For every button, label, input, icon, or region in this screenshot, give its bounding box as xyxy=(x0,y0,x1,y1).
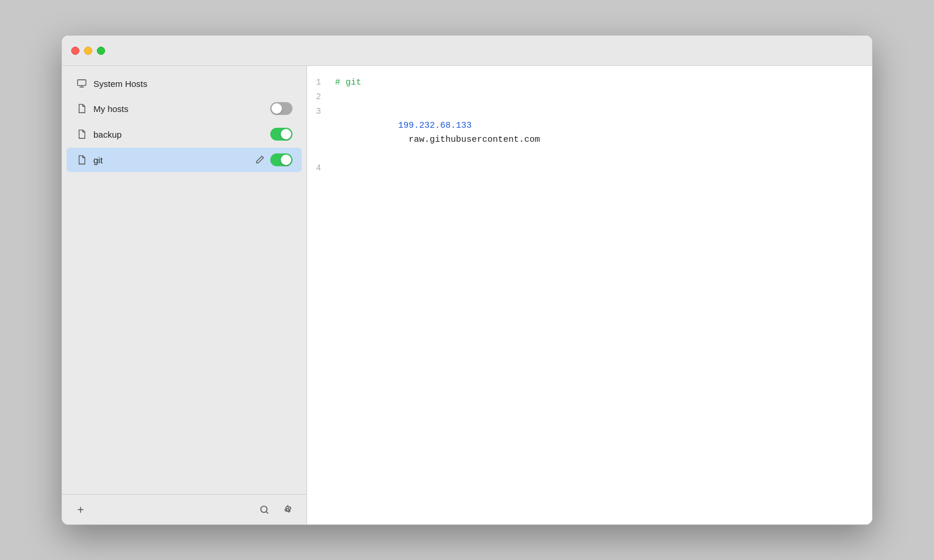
backup-toggle-thumb xyxy=(281,129,291,139)
sidebar-list: System Hosts My hosts xyxy=(62,66,306,494)
system-hosts-label: System Hosts xyxy=(93,79,292,89)
code-line-2: 2 xyxy=(307,90,872,104)
git-label: git xyxy=(93,155,254,165)
line-content-2 xyxy=(330,90,872,104)
editor-content[interactable]: 1 # git 2 3 199.232.68.133 raw.githubuse… xyxy=(307,66,872,524)
main-content: System Hosts My hosts xyxy=(62,66,872,524)
footer-right-buttons xyxy=(255,501,297,519)
traffic-lights xyxy=(71,47,105,55)
hostname: raw.githubusercontent.com xyxy=(398,135,540,145)
settings-icon xyxy=(283,505,293,515)
my-hosts-label: My hosts xyxy=(93,104,270,114)
line-number-4: 4 xyxy=(307,161,330,175)
file-icon-backup xyxy=(76,128,88,140)
line-number-1: 1 xyxy=(307,75,330,89)
sidebar-item-system-hosts[interactable]: System Hosts xyxy=(67,72,302,95)
svg-point-1 xyxy=(261,506,267,512)
backup-label: backup xyxy=(93,130,270,139)
svg-point-2 xyxy=(287,508,290,511)
git-edit-button[interactable] xyxy=(254,154,266,166)
backup-actions xyxy=(270,128,292,141)
ip-address: 199.232.68.133 xyxy=(398,121,472,131)
git-toggle-thumb xyxy=(281,155,291,165)
file-icon-my-hosts xyxy=(76,103,88,114)
monitor-icon xyxy=(76,78,88,89)
editor-panel: 1 # git 2 3 199.232.68.133 raw.githubuse… xyxy=(307,66,872,524)
settings-button[interactable] xyxy=(278,501,297,519)
titlebar xyxy=(62,36,872,66)
line-content-4 xyxy=(330,162,872,176)
my-hosts-toggle[interactable] xyxy=(270,102,292,115)
minimize-button[interactable] xyxy=(84,47,92,55)
add-icon: + xyxy=(77,504,84,516)
sidebar-item-git[interactable]: git xyxy=(67,148,302,172)
search-button[interactable] xyxy=(255,501,274,519)
sidebar-item-my-hosts[interactable]: My hosts xyxy=(67,96,302,121)
line-number-2: 2 xyxy=(307,90,330,104)
sidebar: System Hosts My hosts xyxy=(62,66,307,524)
code-line-4: 4 xyxy=(307,161,872,176)
search-icon xyxy=(259,505,270,515)
svg-rect-0 xyxy=(78,80,86,86)
git-toggle[interactable] xyxy=(270,153,292,166)
add-button[interactable]: + xyxy=(71,501,90,519)
sidebar-item-backup[interactable]: backup xyxy=(67,122,302,146)
my-hosts-toggle-thumb xyxy=(271,103,282,114)
maximize-button[interactable] xyxy=(97,47,105,55)
line-number-3: 3 xyxy=(307,104,330,118)
close-button[interactable] xyxy=(71,47,79,55)
app-window: System Hosts My hosts xyxy=(61,35,873,525)
sidebar-footer: + xyxy=(62,494,306,524)
line-content-3: 199.232.68.133 raw.githubusercontent.com xyxy=(330,105,872,161)
backup-toggle[interactable] xyxy=(270,128,292,141)
code-line-1: 1 # git xyxy=(307,75,872,90)
code-line-3: 3 199.232.68.133 raw.githubusercontent.c… xyxy=(307,104,872,161)
file-icon-git xyxy=(76,154,88,166)
my-hosts-actions xyxy=(270,102,292,115)
git-actions xyxy=(254,153,292,166)
line-content-1: # git xyxy=(330,76,872,90)
